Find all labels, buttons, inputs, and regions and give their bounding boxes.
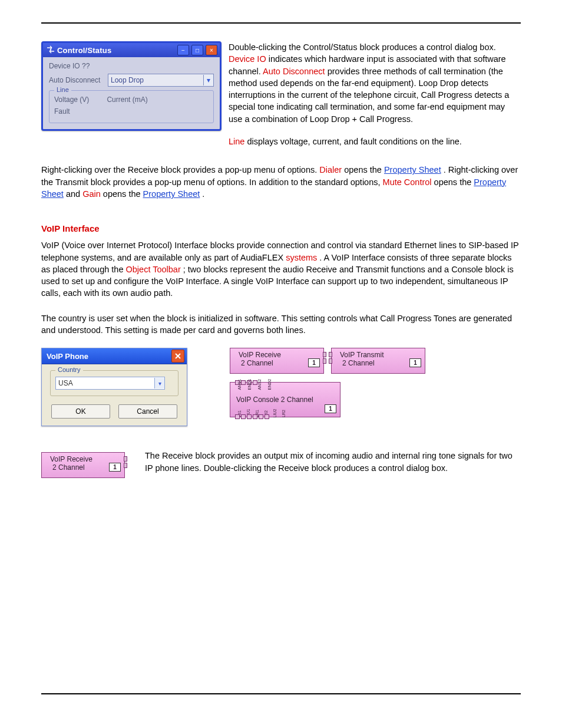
minimize-button[interactable]: − — [177, 45, 189, 55]
text: and — [66, 189, 82, 199]
device-io-label: Device IO ?? — [49, 62, 108, 70]
page: Control/Status − □ × Device IO ?? Auto D… — [0, 0, 562, 728]
text: opens the — [434, 177, 474, 187]
port-label: END2 — [267, 382, 272, 390]
ok-button[interactable]: OK — [51, 404, 110, 419]
dialog-actions: OK Cancel — [50, 404, 178, 419]
voip-transmit-block[interactable]: VoIP Transmit 2 Channel 1 — [331, 348, 425, 374]
output-ports — [323, 352, 326, 364]
input-ports — [329, 352, 332, 364]
port-label: END1 — [247, 382, 252, 390]
voip-receive-sub: 2 Channel — [241, 359, 273, 367]
voip-receive-block[interactable]: VoIP Receive 2 Channel 1 — [230, 348, 324, 374]
voip-receive-block-small[interactable]: VoIP Receive 2 Channel 1 — [41, 452, 125, 478]
dialer-red: Dialer — [319, 165, 342, 174]
gain-red: Gain — [82, 189, 101, 199]
top-port-labels: ANS1 END1 ANS2 END2 — [235, 384, 273, 388]
voip-console-title: VoIP Console 2 Channel — [236, 396, 313, 404]
voip-phone-titlebar[interactable]: VoIP Phone — [42, 348, 187, 364]
line-red: Line — [229, 137, 244, 146]
device-io-red: Device IO — [229, 54, 266, 64]
voip-receive-title: VoIP Receive — [230, 348, 323, 359]
country-value: USA — [58, 379, 73, 387]
mute-control-red: Mute Control — [383, 177, 432, 187]
row-dialogs: VoIP Phone Country USA ▾ OK — [41, 348, 521, 426]
voip-interface-heading: VoIP Interface — [41, 223, 521, 233]
bottom-ports — [235, 414, 269, 419]
voip-transmit-sub: 2 Channel — [342, 359, 375, 367]
control-status-titlebar[interactable]: Control/Status − □ × — [43, 43, 220, 57]
auto-disconnect-select[interactable]: Loop Drop ▾ — [108, 74, 214, 87]
rule-bottom — [41, 693, 521, 694]
voip-console-block[interactable]: ANS1 END1 ANS2 END2 VoIP Console 2 Chann… — [230, 382, 340, 417]
country-group: Country USA ▾ — [50, 370, 178, 396]
text: opens the — [103, 189, 143, 199]
line-group: Line Voltage (V) Current (mA) Fault — [49, 90, 214, 123]
text: opens the — [344, 165, 384, 174]
text: . — [202, 189, 204, 199]
auto-disconnect-red: Auto Disconnect — [263, 67, 325, 76]
block-number: 1 — [409, 358, 421, 367]
control-status-window: Control/Status − □ × Device IO ?? Auto D… — [41, 41, 222, 131]
voltage-label: Voltage (V) — [54, 95, 89, 104]
block-number: 1 — [109, 463, 121, 472]
swap-icon — [47, 45, 55, 55]
port-label: LR2 — [282, 410, 286, 418]
receive-description: The Receive block provides an output mix… — [145, 450, 521, 474]
block-number: 1 — [308, 358, 320, 367]
property-sheet-link-3[interactable]: Property Sheet — [143, 189, 200, 199]
text: displays voltage, current, and fault con… — [247, 137, 461, 146]
voip-receive-title: VoIP Receive — [42, 453, 124, 463]
country-legend: Country — [55, 366, 83, 373]
content: Control/Status − □ × Device IO ?? Auto D… — [41, 41, 521, 478]
voip-phone-title: VoIP Phone — [47, 352, 88, 361]
text: Double-clicking the Control/Status block… — [229, 42, 496, 52]
control-status-title: Control/Status — [57, 46, 175, 55]
block-number: 1 — [325, 404, 336, 413]
control-status-body: Device IO ?? Auto Disconnect Loop Drop ▾… — [43, 57, 220, 129]
close-button[interactable]: × — [206, 45, 217, 55]
line-legend: Line — [54, 86, 71, 93]
auto-disconnect-label: Auto Disconnect — [49, 76, 108, 84]
voip-receive-sub: 2 Channel — [52, 463, 85, 472]
voip-phone-body: Country USA ▾ OK Cancel — [42, 364, 187, 426]
port-label: ANS2 — [257, 382, 262, 390]
port-label: LIU2 — [273, 410, 277, 418]
voip-blocks-diagram: VoIP Receive 2 Channel 1 VoIP Transmit 2… — [230, 348, 430, 417]
close-button[interactable] — [171, 350, 184, 363]
cancel-button[interactable]: Cancel — [118, 404, 177, 419]
chevron-down-icon: ▾ — [203, 75, 213, 85]
output-ports — [124, 456, 127, 468]
voip-transmit-title: VoIP Transmit — [332, 348, 425, 359]
control-status-paragraph: Double-clicking the Control/Status block… — [229, 41, 521, 147]
current-label: Current (mA) — [107, 95, 147, 104]
chevron-down-icon: ▾ — [154, 378, 164, 388]
fault-label: Fault — [54, 107, 70, 116]
row-control-status: Control/Status − □ × Device IO ?? Auto D… — [41, 41, 521, 147]
property-sheet-link-1[interactable]: Property Sheet — [384, 165, 441, 174]
port-label: ANS1 — [237, 382, 242, 390]
mid-paragraph: Right-clicking over the Receive block pr… — [41, 164, 521, 200]
object-toolbar-red: Object Toolbar — [126, 265, 181, 274]
systems-red: systems — [286, 253, 317, 262]
voip-intro-paragraph: VoIP (Voice over Internet Protocol) Inte… — [41, 239, 521, 299]
row-receive-desc: VoIP Receive 2 Channel 1 The Receive blo… — [41, 450, 521, 478]
country-select[interactable]: USA ▾ — [55, 377, 165, 390]
voip-phone-dialog: VoIP Phone Country USA ▾ OK — [41, 348, 187, 426]
control-status-window-wrap: Control/Status − □ × Device IO ?? Auto D… — [41, 41, 222, 147]
rule-top — [41, 22, 521, 24]
auto-disconnect-value: Loop Drop — [111, 76, 144, 84]
country-paragraph: The country is user set when the block i… — [41, 312, 521, 337]
close-icon — [174, 353, 181, 360]
maximize-button[interactable]: □ — [191, 45, 203, 55]
text: Right-clicking over the Receive block pr… — [41, 165, 319, 174]
